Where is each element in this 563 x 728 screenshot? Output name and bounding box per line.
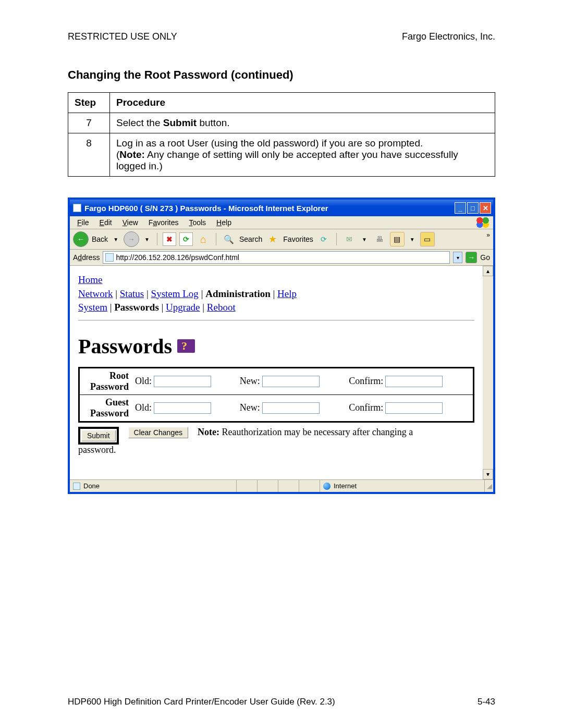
submit-button[interactable]: Submit (81, 430, 116, 441)
help-book-icon (177, 339, 195, 353)
scroll-up-button[interactable]: ▴ (483, 266, 493, 276)
edit-button[interactable]: ▤ (390, 232, 405, 246)
page-icon (73, 483, 80, 490)
guest-new-input[interactable] (262, 402, 320, 414)
nav-upgrade[interactable]: Upgrade (166, 302, 200, 313)
address-value: http://206.152.208.126/pswdConf.html (116, 253, 447, 262)
table-row: 7 Select the Submit button. (68, 113, 495, 133)
nav-status[interactable]: Status (120, 288, 144, 299)
guest-old-input[interactable] (154, 402, 211, 414)
root-label: RootPassword (80, 368, 132, 395)
status-done: Done (83, 482, 100, 490)
search-icon[interactable]: 🔍 (222, 232, 236, 246)
root-confirm-input[interactable] (385, 376, 443, 387)
maximize-button[interactable]: □ (467, 202, 479, 214)
nav-reboot[interactable]: Reboot (207, 302, 236, 313)
toolbar-overflow[interactable]: » (486, 231, 490, 239)
col-procedure: Procedure (110, 93, 495, 113)
scrollbar[interactable]: ▴ ▾ (483, 266, 493, 479)
resize-grip[interactable]: ◢ (485, 482, 493, 490)
address-input[interactable]: http://206.152.208.126/pswdConf.html (103, 251, 450, 264)
back-dropdown[interactable]: ▼ (111, 237, 120, 242)
favorites-label[interactable]: Favorites (283, 235, 313, 243)
menu-help[interactable]: Help (212, 217, 236, 228)
go-label: Go (480, 253, 490, 262)
breadcrumb: Home Network | Status | System Log | Adm… (78, 273, 474, 315)
toolbar: ← Back ▼ → ▼ ✖ ⟳ ⌂ 🔍 Search ★ Favorites … (70, 229, 493, 250)
nav-system[interactable]: System (78, 302, 107, 313)
home-button[interactable]: ⌂ (196, 232, 211, 246)
status-zone: Internet (334, 482, 357, 490)
note-continuation: password. (78, 445, 474, 455)
minimize-button[interactable]: _ (455, 202, 466, 214)
nav-home[interactable]: Home (78, 274, 102, 285)
menu-view[interactable]: View (118, 217, 142, 228)
procedure-table: Step Procedure 7 Select the Submit butto… (68, 92, 495, 177)
nav-network[interactable]: Network (78, 288, 113, 299)
forward-dropdown[interactable]: ▼ (142, 237, 152, 242)
table-row: 8 Log in as a root User (using the old p… (68, 133, 495, 177)
refresh-button[interactable]: ⟳ (179, 232, 193, 246)
back-button[interactable]: ← (73, 231, 89, 247)
step-proc: Select the Submit button. (110, 113, 495, 133)
guest-label: GuestPassword (80, 394, 132, 421)
footer-left: HDP600 High Definition Card Printer/Enco… (68, 697, 335, 707)
ie-icon (73, 204, 81, 212)
windows-flag-icon (475, 217, 490, 228)
status-bar: Done Internet ◢ (70, 479, 493, 492)
section-title: Changing the Root Password (continued) (68, 68, 495, 82)
root-password-row: RootPassword Old: New: Confirm: (80, 368, 473, 395)
guest-confirm-input[interactable] (385, 402, 443, 414)
internet-zone-icon (323, 483, 331, 490)
mail-button[interactable]: ✉ (342, 232, 357, 246)
menu-bar: File Edit View Favorites Tools Help (70, 216, 493, 229)
header-right: Fargo Electronics, Inc. (402, 31, 495, 42)
password-form: RootPassword Old: New: Confirm: GuestPas… (78, 367, 474, 423)
footer-right: 5-43 (478, 697, 495, 707)
scroll-down-button[interactable]: ▾ (483, 469, 493, 479)
nav-administration: Administration (205, 288, 271, 299)
menu-edit[interactable]: Edit (95, 217, 116, 228)
stop-button[interactable]: ✖ (163, 232, 176, 246)
nav-systemlog[interactable]: System Log (151, 288, 199, 299)
close-button[interactable]: ✕ (480, 202, 491, 214)
search-label[interactable]: Search (239, 235, 262, 243)
address-dropdown[interactable]: ▾ (453, 252, 462, 263)
page-icon (105, 253, 114, 262)
media-button[interactable]: ⟳ (316, 232, 331, 246)
menu-file[interactable]: File (73, 217, 93, 228)
browser-window: Fargo HDP600 ( S/N 273 ) Passwords - Mic… (68, 198, 495, 494)
submit-highlight: Submit (78, 427, 119, 445)
print-button[interactable]: 🖶 (372, 232, 387, 246)
go-button[interactable]: → (466, 252, 477, 263)
step-proc: Log in as a root User (using the old pas… (110, 133, 495, 177)
passwords-heading: Passwords (78, 334, 474, 359)
step-num: 7 (68, 113, 110, 133)
discuss-button[interactable]: ▭ (420, 232, 435, 246)
clear-changes-button[interactable]: Clear Changes (128, 427, 188, 438)
col-step: Step (68, 93, 110, 113)
step-num: 8 (68, 133, 110, 177)
root-old-input[interactable] (154, 376, 211, 387)
address-bar: Address http://206.152.208.126/pswdConf.… (70, 250, 493, 266)
nav-passwords: Passwords (114, 302, 159, 313)
menu-favorites[interactable]: Favorites (144, 217, 183, 228)
menu-tools[interactable]: Tools (185, 217, 210, 228)
guest-password-row: GuestPassword Old: New: Confirm: (80, 394, 473, 421)
address-label: Address (73, 253, 100, 262)
window-title: Fargo HDP600 ( S/N 273 ) Passwords - Mic… (84, 204, 328, 213)
title-bar: Fargo HDP600 ( S/N 273 ) Passwords - Mic… (70, 200, 493, 216)
back-label: Back (92, 235, 108, 243)
root-new-input[interactable] (262, 376, 320, 387)
forward-button[interactable]: → (124, 231, 139, 247)
nav-help[interactable]: Help (277, 288, 297, 299)
header-left: RESTRICTED USE ONLY (68, 31, 177, 42)
page-content: Home Network | Status | System Log | Adm… (70, 266, 483, 479)
favorites-icon[interactable]: ★ (265, 232, 280, 246)
